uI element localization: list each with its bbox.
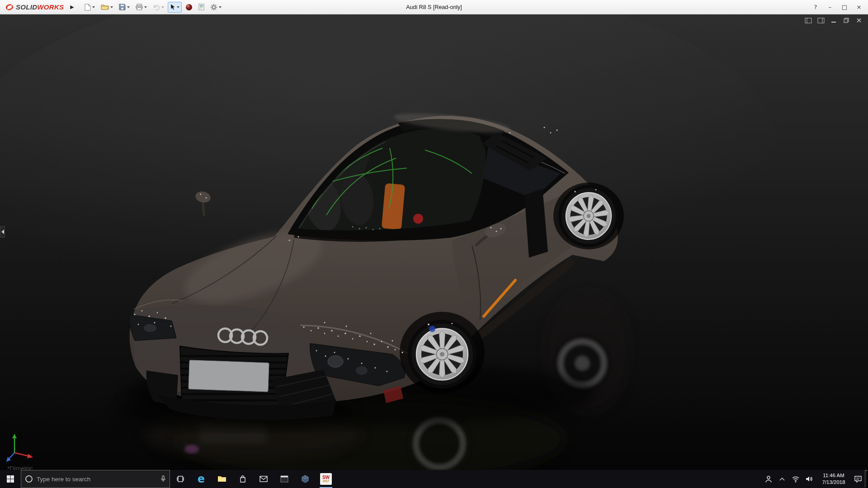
start-button[interactable] xyxy=(0,470,21,488)
store-button[interactable] xyxy=(232,470,253,488)
print-icon xyxy=(136,4,143,10)
edge-button[interactable]: e xyxy=(191,470,212,488)
rebuild-sphere-button[interactable] xyxy=(183,2,195,13)
store-bag-icon xyxy=(239,475,246,483)
save-icon xyxy=(119,4,126,10)
close-button[interactable]: × xyxy=(853,2,865,12)
network-button[interactable] xyxy=(789,470,802,488)
solidworks-app-button[interactable]: SW 2017 xyxy=(316,470,336,488)
dropdown-caret xyxy=(92,6,95,8)
mail-icon xyxy=(259,476,268,482)
3d-app-button[interactable] xyxy=(295,470,316,488)
new-document-button[interactable] xyxy=(82,2,97,13)
taskbar-clock[interactable]: 11:46 AM 7/13/2018 xyxy=(816,470,851,488)
windows-start-icon xyxy=(6,475,14,483)
brand-text: SOLIDWORKS xyxy=(16,3,64,11)
open-folder-icon xyxy=(101,4,109,10)
select-tool-button[interactable] xyxy=(168,2,182,13)
options-gear-icon xyxy=(210,4,217,11)
dropdown-caret xyxy=(144,6,147,8)
screen: SOLIDWORKS ▶ xyxy=(0,0,868,488)
task-view-button[interactable] xyxy=(170,470,191,488)
mdi-close-button[interactable] xyxy=(854,17,863,24)
maximize-button[interactable]: □ xyxy=(838,2,851,12)
window-controls: ? – □ × xyxy=(809,2,865,12)
mdi-minimize-button[interactable] xyxy=(829,17,838,24)
clock-date: 7/13/2018 xyxy=(822,479,845,486)
menu-expand-button[interactable]: ▶ xyxy=(70,4,74,10)
edge-icon: e xyxy=(198,474,205,484)
chevron-up-icon xyxy=(779,477,785,481)
titlebar: SOLIDWORKS ▶ xyxy=(0,0,868,14)
console-window-icon xyxy=(280,475,288,483)
select-arrow-icon xyxy=(170,4,175,11)
close-icon xyxy=(856,18,862,23)
action-center-icon xyxy=(854,475,862,483)
taskbar: e xyxy=(0,470,868,488)
print-button[interactable] xyxy=(133,2,149,13)
file-explorer-icon xyxy=(217,475,226,483)
search-input[interactable] xyxy=(37,476,157,483)
microphone-icon[interactable] xyxy=(160,475,166,483)
quick-access-toolbar xyxy=(82,2,224,13)
action-center-button[interactable] xyxy=(851,470,865,488)
new-document-icon xyxy=(85,4,91,11)
volume-button[interactable] xyxy=(802,470,816,488)
cortana-icon xyxy=(25,475,33,483)
pane-right-icon xyxy=(817,18,825,23)
save-button[interactable] xyxy=(117,2,132,13)
solidworks-app-icon: SW 2017 xyxy=(320,473,332,485)
view-orientation-label: *Dimetric xyxy=(7,465,33,470)
dropdown-caret xyxy=(161,6,164,8)
minimize-button[interactable]: – xyxy=(824,2,836,12)
mdi-window-controls xyxy=(804,17,863,24)
mdi-restore-button[interactable] xyxy=(842,17,851,24)
wifi-icon xyxy=(792,476,800,483)
mdi-pane-right-button[interactable] xyxy=(816,17,826,24)
console-app-button[interactable] xyxy=(274,470,295,488)
show-desktop-button[interactable] xyxy=(865,470,868,488)
open-button[interactable] xyxy=(99,2,115,13)
speaker-icon xyxy=(805,476,813,482)
help-button[interactable]: ? xyxy=(809,2,822,12)
rebuild-sphere-icon xyxy=(185,4,193,11)
scene-render xyxy=(0,14,868,470)
dropdown-caret xyxy=(110,6,113,8)
dropdown-caret xyxy=(219,6,222,8)
orientation-triad[interactable] xyxy=(5,430,37,464)
cube-3d-icon xyxy=(301,475,309,483)
system-tray: 11:46 AM 7/13/2018 xyxy=(762,470,868,488)
file-properties-icon xyxy=(198,4,204,10)
options-button[interactable] xyxy=(208,2,224,13)
taskbar-search[interactable] xyxy=(21,470,170,488)
task-view-icon xyxy=(176,475,184,483)
mail-button[interactable] xyxy=(253,470,274,488)
solidworks-logo: SOLIDWORKS xyxy=(3,3,64,11)
hidden-icons-button[interactable] xyxy=(775,470,789,488)
taskbar-spacer xyxy=(336,470,762,488)
undo-icon xyxy=(153,4,160,10)
people-button[interactable] xyxy=(762,470,775,488)
ds-swirl-icon xyxy=(5,3,14,11)
arrow-left-icon xyxy=(1,230,4,234)
mdi-pane-left-button[interactable] xyxy=(804,17,813,24)
restore-icon xyxy=(844,18,849,23)
document-title: Audi R8 S [Read-only] xyxy=(406,4,462,10)
graphics-area[interactable]: *Dimetric xyxy=(0,14,868,470)
file-explorer-button[interactable] xyxy=(212,470,232,488)
dropdown-caret xyxy=(177,6,179,8)
dropdown-caret xyxy=(127,6,130,8)
pane-left-icon xyxy=(805,18,812,23)
undo-button[interactable] xyxy=(151,2,166,13)
clock-time: 11:46 AM xyxy=(823,472,844,479)
panel-collapse-arrow[interactable] xyxy=(0,226,5,238)
file-properties-button[interactable] xyxy=(196,2,207,13)
people-icon xyxy=(764,475,773,483)
minimize-icon xyxy=(831,18,836,23)
